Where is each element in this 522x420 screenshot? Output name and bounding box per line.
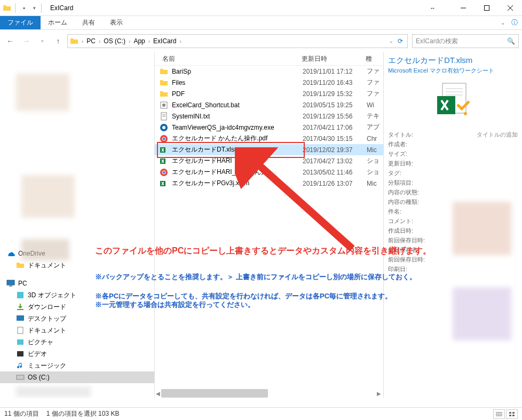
addr-dropdown-icon[interactable]: ⌄ (387, 38, 396, 44)
file-date: 2019/11/20 16:43 (303, 79, 367, 86)
h-scrollbar[interactable]: ◀ ▶ (156, 389, 381, 398)
qat-pin-icon[interactable]: ▪ (19, 4, 29, 12)
folder-icon (159, 89, 169, 99)
details-property: サイズ: (388, 149, 518, 159)
col-date[interactable]: 更新日時 (302, 54, 366, 64)
file-type: ファ (367, 89, 379, 98)
close-button[interactable] (499, 0, 522, 16)
forward-button[interactable]: → (19, 34, 33, 48)
nav-music[interactable]: ミュージック (0, 360, 154, 371)
title-bar: ▪ ▾ ExICard ↔ (0, 0, 522, 16)
file-row[interactable]: エクセルカード かんたん操作.pdf 2017/04/30 15:15 Chr (155, 133, 383, 144)
file-row[interactable]: PDF 2019/11/29 15:32 ファ (155, 88, 383, 99)
file-row[interactable]: ExcelCard_Shortcut.bat 2019/05/15 19:25 … (155, 99, 383, 110)
back-button[interactable]: ← (3, 34, 17, 48)
view-tab[interactable]: 表示 (102, 16, 130, 29)
file-row[interactable]: TeamViewerQS_ja-idc4mgvzmy.exe 2017/04/2… (155, 122, 383, 133)
xlsm-icon (159, 145, 169, 155)
maximize-button[interactable] (475, 0, 499, 16)
svg-point-21 (163, 137, 165, 140)
file-name: ExcelCard_Shortcut.bat (172, 101, 303, 109)
details-property: タイトル:タイトルの追加 (388, 130, 518, 139)
file-type: ファ (367, 78, 379, 87)
file-row[interactable]: Files 2019/11/20 16:43 ファ (155, 77, 383, 88)
svg-rect-9 (17, 339, 23, 345)
file-type: Mic (367, 146, 377, 154)
nav-pc[interactable]: PC (0, 278, 154, 289)
home-tab[interactable]: ホーム (41, 16, 75, 29)
qat-dropdown-icon[interactable]: ▾ (30, 5, 38, 11)
ribbon-expand-icon[interactable]: ⌄ (501, 20, 505, 26)
search-box[interactable]: ExICardの検索 🔍 (412, 34, 519, 48)
file-row[interactable]: エクセルカードHARI 2017/04/27 13:02 ショ (155, 155, 383, 167)
svg-rect-40 (509, 415, 511, 416)
breadcrumb-item[interactable]: PC (84, 37, 98, 45)
file-type: ファ (367, 67, 379, 76)
file-date: 2019/11/01 17:12 (303, 68, 367, 75)
xlam-icon (159, 179, 169, 188)
breadcrumb-item[interactable]: OS (C:) (101, 37, 128, 45)
nav-desktop[interactable]: デスクトップ (0, 313, 154, 324)
file-name: TeamViewerQS_ja-idc4mgvzmy.exe (172, 124, 303, 131)
file-tab[interactable]: ファイル (0, 16, 41, 29)
svg-rect-6 (17, 292, 23, 298)
folder-icon (159, 78, 169, 88)
file-type: Mic (367, 180, 377, 187)
file-type: Chr (367, 135, 377, 142)
xlsm-icon (159, 156, 169, 166)
file-row[interactable]: エクセルカードDT.xlsm 2019/12/02 19:37 Mic (155, 144, 383, 155)
file-row[interactable]: エクセルカードHARI_かんたん捏 2013/05/02 11:46 ショ (155, 167, 383, 178)
nav-pictures[interactable]: ピクチャ (0, 336, 154, 348)
txt-icon (159, 112, 169, 121)
nav-documents2[interactable]: ドキュメント (0, 324, 154, 336)
file-date: 2013/05/02 11:46 (303, 169, 367, 176)
recent-dropdown[interactable]: ▾ (35, 34, 49, 48)
details-property: 印刷日: (388, 264, 518, 274)
svg-rect-1 (485, 5, 489, 10)
file-date: 2017/04/21 17:06 (303, 124, 367, 131)
svg-rect-38 (509, 412, 511, 414)
file-row[interactable]: SystemINI.txt 2019/11/29 15:56 テキ (155, 110, 383, 122)
details-property: 分類項目: (388, 178, 518, 187)
up-button[interactable]: ↑ (51, 34, 65, 48)
chrome-icon (159, 168, 169, 177)
file-date: 2019/11/29 15:56 (303, 113, 367, 120)
details-property: 前回保存日時: (388, 255, 518, 264)
view-details-button[interactable] (493, 409, 505, 419)
add-title-link[interactable]: タイトルの追加 (477, 131, 518, 139)
file-type: ショ (367, 168, 379, 177)
help-icon[interactable]: ⓘ (511, 18, 518, 27)
details-property: 作成者: (388, 139, 518, 149)
details-property: タグ: (388, 168, 518, 178)
file-date: 2017/04/30 15:15 (303, 135, 367, 142)
details-filetype: Microsoft Excel マクロ有効ワークシート (388, 67, 518, 75)
nav-os-c[interactable]: OS (C:) (0, 371, 154, 383)
status-selected: 1 個の項目を選択 103 KB (46, 409, 120, 418)
refresh-icon[interactable]: ⟳ (396, 37, 405, 45)
file-name: BariSp (172, 68, 303, 75)
minimize-button[interactable] (452, 0, 475, 16)
nav-3d-objects[interactable]: 3D オブジェクト (0, 289, 154, 301)
file-name: エクセルカードPGv3j.xlam (172, 179, 303, 188)
file-name: エクセルカードHARI_かんたん捏 (172, 168, 303, 177)
app-icon (2, 3, 12, 13)
col-type[interactable]: 種 (366, 54, 383, 64)
column-headers[interactable]: 名前 更新日時 種 (155, 52, 383, 66)
breadcrumb-item[interactable]: App (131, 37, 147, 45)
nav-documents[interactable]: ドキュメント (0, 259, 154, 271)
file-row[interactable]: エクセルカードPGv3j.xlam 2019/11/26 13:07 Mic (155, 178, 383, 189)
status-count: 11 個の項目 (4, 409, 39, 418)
chrome-icon (159, 134, 169, 144)
view-icons-button[interactable] (506, 409, 518, 419)
details-property: 更新日時: (388, 159, 518, 168)
file-type: Wi (367, 101, 374, 109)
resize-handle-icon[interactable]: ↔ (430, 5, 436, 11)
file-row[interactable]: BariSp 2019/11/01 17:12 ファ (155, 66, 383, 77)
col-name[interactable]: 名前 (155, 54, 302, 64)
breadcrumb-item[interactable]: ExICard (151, 37, 178, 45)
nav-downloads[interactable]: ダウンロード (0, 301, 154, 313)
details-pane: エクセルカードDT.xlsm Microsoft Excel マクロ有効ワークシ… (383, 52, 522, 398)
share-tab[interactable]: 共有 (75, 16, 102, 29)
nav-videos[interactable]: ビデオ (0, 348, 154, 360)
address-bar[interactable]: › PC › OS (C:) › App › ExICard › ⌄ ⟳ (67, 34, 408, 48)
